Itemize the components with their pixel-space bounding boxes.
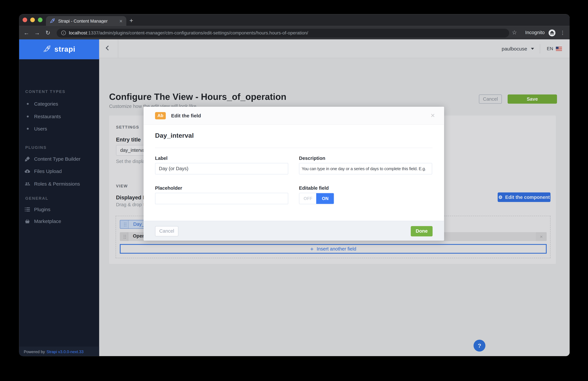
- app-top-bar: paulbocuse EN: [99, 39, 570, 58]
- address-bar[interactable]: i localhost:1337/admin/plugins/content-m…: [57, 29, 509, 37]
- toggle-off-option[interactable]: OFF: [299, 193, 317, 204]
- cloud-upload-icon: [24, 168, 30, 174]
- entry-title-hint: Set the display: [116, 159, 147, 164]
- modal-done-button[interactable]: Done: [411, 226, 433, 236]
- sidebar-item-categories[interactable]: Categories: [19, 99, 99, 109]
- strapi-version-link[interactable]: Strapi v3.0.0-next.33: [46, 349, 84, 354]
- incognito-label: Incognito: [525, 26, 545, 40]
- editable-field-label: Editable field: [299, 186, 329, 191]
- basket-icon: [24, 218, 30, 224]
- page-title: Configure The View - Hours_of_operation: [109, 92, 286, 102]
- insert-another-field-label: Insert another field: [317, 246, 356, 251]
- insert-another-field-button[interactable]: + Insert another field: [120, 244, 547, 254]
- sidebar-item-files-upload[interactable]: Files Upload: [19, 166, 99, 176]
- gear-icon: ⚙: [498, 194, 502, 200]
- editable-toggle[interactable]: OFF ON: [299, 193, 334, 204]
- placeholder-input[interactable]: [155, 193, 288, 204]
- strapi-app: strapi CONTENT TYPES Categories Restaura…: [19, 39, 570, 356]
- reload-icon[interactable]: ↻: [43, 26, 52, 40]
- divider: [155, 148, 433, 148]
- sidebar-item-marketplace[interactable]: Marketplace: [19, 216, 99, 226]
- new-tab-button[interactable]: +: [129, 16, 133, 26]
- modal-footer: Cancel Done: [144, 221, 444, 241]
- sidebar-item-roles-permissions[interactable]: Roles & Permissions: [19, 179, 99, 189]
- modal-cancel-button[interactable]: Cancel: [155, 226, 178, 236]
- drag-handle-icon[interactable]: [120, 232, 128, 241]
- description-input[interactable]: You can type in one day or a series of d…: [299, 163, 432, 174]
- cancel-button[interactable]: Cancel: [479, 94, 502, 104]
- sidebar-item-content-type-builder[interactable]: Content Type Builder: [19, 154, 99, 164]
- sidebar-item-users[interactable]: Users: [19, 124, 99, 134]
- sidebar-item-label: Plugins: [34, 206, 50, 212]
- us-flag-icon[interactable]: [556, 47, 562, 51]
- sidebar-footer: Powered by Strapi v3.0.0-next.33: [19, 347, 99, 356]
- url-path: :1337/admin/plugins/content-manager/ctm-…: [87, 30, 308, 36]
- sidebar-item-restaurants[interactable]: Restaurants: [19, 111, 99, 121]
- edit-field-modal: Ab Edit the field × Day_interval Label D…: [144, 107, 444, 241]
- view-section-label: VIEW: [116, 184, 128, 188]
- edit-component-label: Edit the component: [505, 194, 550, 200]
- rocket-icon: [43, 45, 51, 53]
- save-button[interactable]: Save: [508, 94, 557, 104]
- strapi-logo[interactable]: strapi: [19, 39, 99, 59]
- drag-handle-icon[interactable]: [120, 220, 129, 228]
- entry-title-label: Entry title: [116, 137, 141, 143]
- forward-icon[interactable]: →: [32, 26, 42, 40]
- tab-close-icon[interactable]: ×: [119, 18, 123, 24]
- remove-field-icon[interactable]: ×: [536, 232, 547, 241]
- sidebar-item-label: Users: [34, 126, 47, 131]
- placeholder-field-label: Placeholder: [155, 186, 182, 191]
- sidebar-item-label: Marketplace: [34, 218, 61, 224]
- locale-label[interactable]: EN: [547, 39, 553, 58]
- plus-icon: +: [310, 246, 314, 252]
- url-host: localhost: [69, 30, 87, 36]
- site-info-icon[interactable]: i: [61, 31, 66, 35]
- sidebar-item-label: Files Upload: [34, 168, 62, 174]
- users-icon: [24, 181, 30, 186]
- browser-window: Strapi - Content Manager × + ← → ↻ i loc…: [19, 14, 570, 356]
- section-plugins: PLUGINS: [25, 145, 47, 150]
- chevron-down-icon[interactable]: [531, 48, 534, 50]
- sidebar-item-label: Roles & Permissions: [34, 181, 80, 186]
- label-input[interactable]: Day (or Days): [155, 163, 288, 174]
- help-fab-button[interactable]: ?: [473, 340, 485, 351]
- modal-header: Ab Edit the field ×: [144, 107, 444, 125]
- divider: [118, 39, 118, 58]
- strapi-favicon-icon: [50, 18, 55, 24]
- section-general: GENERAL: [25, 196, 48, 201]
- text-field-type-badge: Ab: [155, 112, 166, 119]
- sidebar-item-label: Content Type Builder: [34, 156, 81, 162]
- field-name-heading: Day_interval: [155, 132, 194, 140]
- bookmark-star-icon[interactable]: ☆: [512, 26, 517, 40]
- sidebar: strapi CONTENT TYPES Categories Restaura…: [19, 39, 99, 356]
- edit-component-button[interactable]: ⚙ Edit the component: [498, 192, 550, 202]
- description-field-label: Description: [299, 156, 325, 161]
- modal-title: Edit the field: [171, 107, 201, 125]
- section-content-types: CONTENT TYPES: [25, 89, 65, 94]
- paintbrush-icon: [24, 156, 30, 162]
- toggle-on-option[interactable]: ON: [316, 193, 334, 204]
- user-menu[interactable]: paulbocuse: [502, 39, 527, 58]
- minimize-window-button[interactable]: [30, 18, 35, 22]
- bullet-icon: [27, 103, 29, 105]
- back-icon[interactable]: ←: [22, 26, 31, 40]
- browser-menu-icon[interactable]: ⋮: [560, 26, 565, 40]
- back-chevron-icon[interactable]: [106, 46, 111, 50]
- sidebar-item-plugins[interactable]: Plugins: [19, 204, 99, 214]
- list-icon: [24, 206, 30, 212]
- divider: [540, 44, 540, 53]
- close-icon[interactable]: ×: [431, 107, 435, 125]
- sidebar-item-label: Categories: [34, 101, 58, 107]
- zoom-window-button[interactable]: [38, 18, 42, 22]
- close-window-button[interactable]: [23, 18, 27, 22]
- tab-title: Strapi - Content Manager: [58, 19, 119, 23]
- browser-tab-bar: Strapi - Content Manager × +: [19, 14, 570, 26]
- url-text: localhost:1337/admin/plugins/content-man…: [69, 30, 308, 36]
- screen: Strapi - Content Manager × + ← → ↻ i loc…: [0, 0, 588, 381]
- browser-tab[interactable]: Strapi - Content Manager ×: [46, 16, 126, 26]
- bullet-icon: [27, 128, 29, 130]
- sidebar-item-label: Restaurants: [34, 113, 61, 119]
- bullet-icon: [27, 115, 29, 117]
- powered-by-label: Powered by: [24, 349, 45, 354]
- settings-section-label: SETTINGS: [116, 125, 139, 129]
